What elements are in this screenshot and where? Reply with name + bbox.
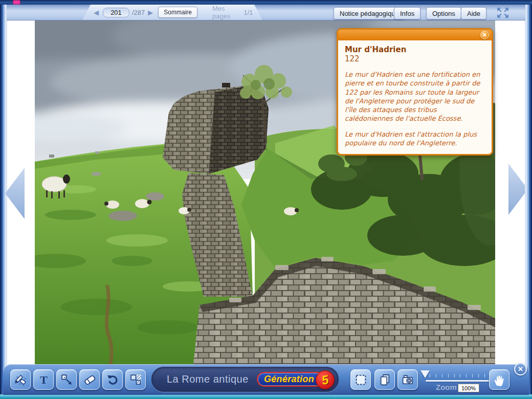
pages-tool-button[interactable] [374,369,395,390]
next-page-button[interactable]: ▶ [148,9,153,16]
selection-tool-button[interactable] [350,369,371,390]
popup-paragraph: Le mur d'Hadrien est une fortification e… [345,70,485,123]
toolbar-close-button[interactable]: ✕ [514,363,527,375]
popup-paragraph: Le mur d'Hadrien est l'attraction la plu… [345,130,485,148]
zoom-value-readout: 100% [458,384,479,392]
tab-sommaire[interactable]: Sommaire [158,7,197,18]
eraser-tool-button[interactable] [79,369,100,390]
fullscreen-expand-icon [496,6,510,19]
application-window: ◀ /287 ▶ Sommaire Mes pages 1/1 Notice p… [0,0,532,399]
zoom-slider-ticks [430,374,485,378]
previous-page-arrow[interactable] [5,168,25,219]
generation5-logo: Génération 5 [257,372,328,387]
eraser-icon [83,373,97,387]
infos-button[interactable]: Infos [394,7,420,19]
hand-icon [493,373,506,387]
chevron-double-up-icon [264,9,271,16]
hand-pan-tool-button[interactable] [489,369,509,390]
text-tool-icon: T [37,373,51,387]
previous-page-button[interactable]: ◀ [94,9,99,16]
move-resize-tool-button[interactable] [56,369,77,390]
info-popup-body: Mur d'Hadrien 122 Le mur d'Hadrien est u… [338,40,492,154]
pen-tool-button[interactable] [10,369,31,390]
zoom-slider-track[interactable] [426,380,489,382]
popup-title: Mur d'Hadrien [345,45,485,54]
tab-divider [202,5,209,20]
options-button[interactable]: Options [426,7,461,19]
mask-reveal-tool-button[interactable] [125,369,146,390]
window-titlebar [0,0,532,5]
page-navigation-panel: ◀ /287 ▶ Sommaire Mes pages 1/1 [82,5,262,20]
page-number-input[interactable] [103,8,129,17]
logo-five-digit: 5 [320,372,330,387]
undo-tool-button[interactable] [102,369,123,390]
text-tool-button[interactable]: T [33,369,54,390]
chevron-left-icon [5,168,25,219]
window-app-icon [13,1,20,4]
info-popup-header: ✕ [338,30,492,40]
camera-tool-button[interactable] [397,369,418,390]
aide-button[interactable]: Aide [461,7,486,19]
logo-five-badge: 5 [316,370,335,389]
collapse-panel-button[interactable] [263,8,272,17]
pen-marker-icon [14,373,28,387]
popup-close-button[interactable]: ✕ [480,31,489,39]
zoom-label: Zoom [436,383,457,391]
tab-mes-pages[interactable]: Mes pages [212,5,230,20]
page-total-label: /287 [132,9,145,16]
zoom-slider-thumb[interactable] [420,370,430,378]
bottom-toolbar: T [3,364,529,395]
mask-reveal-icon [129,373,143,387]
fullscreen-button[interactable] [494,6,512,19]
title-panel: La Rome antique Génération 5 [151,367,339,392]
info-popup: ✕ Mur d'Hadrien 122 Le mur d'Hadrien est… [337,28,493,156]
pages-icon [378,373,392,387]
logo-text: Génération [264,374,314,385]
selection-marquee-icon [354,373,368,387]
svg-text:T: T [40,373,48,386]
book-title: La Rome antique [167,373,249,385]
undo-arrow-icon [106,373,120,387]
top-header-bar: ◀ /287 ▶ Sommaire Mes pages 1/1 Notice p… [7,5,525,20]
window-frame-right [525,5,532,395]
move-resize-icon [60,373,74,387]
popup-year: 122 [345,54,485,63]
mes-pages-count: 1/1 [243,9,253,16]
bottom-edge-strip [0,394,532,399]
camera-icon [401,373,415,387]
